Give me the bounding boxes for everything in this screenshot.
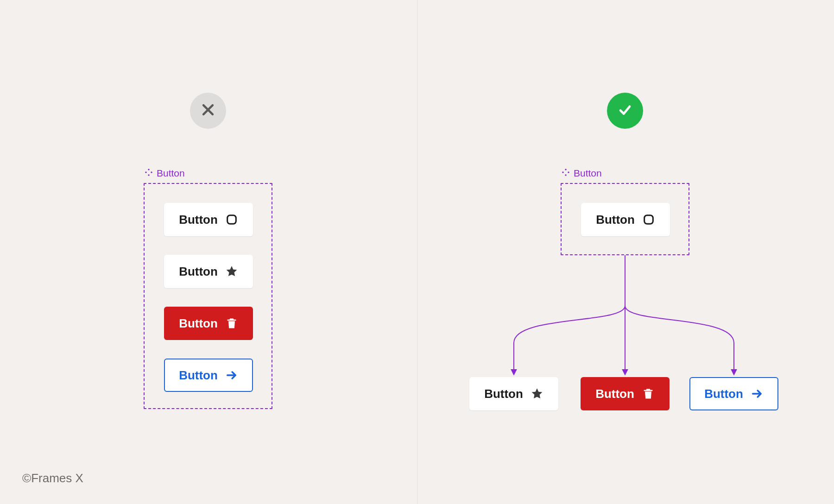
button-delete-variant[interactable]: Button bbox=[581, 377, 670, 410]
correct-badge bbox=[607, 93, 643, 129]
arrow-right-icon bbox=[225, 369, 238, 382]
x-icon bbox=[200, 102, 216, 120]
wrong-example-panel: Button Button Button Button Button bbox=[0, 0, 417, 504]
button-next-variant[interactable]: Button bbox=[689, 377, 778, 410]
svg-rect-2 bbox=[148, 169, 150, 170]
star-icon bbox=[225, 265, 238, 278]
svg-rect-9 bbox=[565, 174, 567, 176]
frame-label-text: Button bbox=[574, 168, 602, 179]
button-default[interactable]: Button bbox=[164, 203, 253, 236]
trash-icon bbox=[642, 387, 655, 400]
button-label: Button bbox=[179, 265, 218, 279]
component-icon bbox=[562, 168, 570, 179]
component-frame-label: Button bbox=[145, 168, 185, 179]
rounded-square-icon bbox=[642, 213, 655, 226]
component-frame-label: Button bbox=[562, 168, 602, 179]
wrong-badge bbox=[190, 93, 226, 129]
svg-rect-10 bbox=[562, 171, 564, 173]
button-label: Button bbox=[595, 387, 634, 401]
button-label: Button bbox=[704, 387, 743, 401]
button-label: Button bbox=[484, 387, 523, 401]
svg-rect-6 bbox=[227, 215, 236, 224]
button-label: Button bbox=[179, 316, 218, 331]
arrow-right-icon bbox=[751, 387, 764, 400]
trash-icon bbox=[225, 317, 238, 330]
rounded-square-icon bbox=[225, 213, 238, 226]
button-star-variant[interactable]: Button bbox=[469, 377, 558, 410]
button-master[interactable]: Button bbox=[581, 203, 670, 236]
svg-rect-11 bbox=[568, 171, 569, 173]
frame-label-text: Button bbox=[157, 168, 185, 179]
footer-credit: ©Frames X bbox=[22, 471, 83, 485]
button-label: Button bbox=[179, 368, 218, 383]
button-label: Button bbox=[596, 213, 635, 227]
svg-rect-12 bbox=[644, 215, 653, 224]
svg-rect-3 bbox=[148, 174, 150, 176]
svg-rect-8 bbox=[565, 169, 567, 170]
button-next[interactable]: Button bbox=[164, 359, 253, 392]
button-star[interactable]: Button bbox=[164, 255, 253, 288]
correct-example-panel: Button Button Button Button bbox=[417, 0, 834, 504]
button-label: Button bbox=[179, 213, 218, 227]
button-delete[interactable]: Button bbox=[164, 307, 253, 340]
check-icon bbox=[617, 102, 633, 120]
star-icon bbox=[531, 387, 543, 400]
svg-rect-4 bbox=[145, 171, 147, 173]
svg-rect-5 bbox=[151, 171, 152, 173]
component-icon bbox=[145, 168, 153, 179]
